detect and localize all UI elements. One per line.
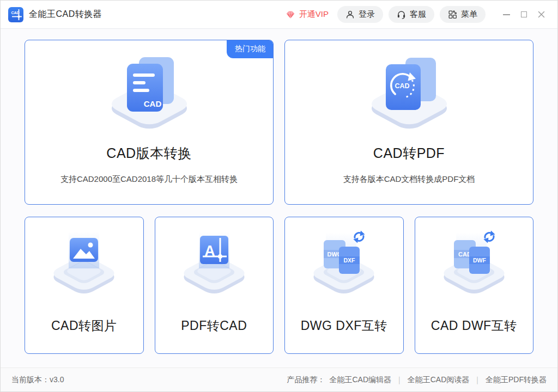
featured-row: 热门功能 CAD CAD版本转换 支持CAD2000至CAD2018等几十个版本… bbox=[25, 40, 533, 205]
card-pdf-to-cad[interactable]: A PDF转CAD bbox=[155, 217, 274, 354]
support-label: 客服 bbox=[410, 9, 426, 20]
link-cad-reader[interactable]: 全能王CAD阅读器 bbox=[408, 375, 470, 385]
doc-cad-label: CAD bbox=[395, 82, 409, 90]
card-cad-to-pdf[interactable]: CAD CAD转PDF 支持各版本CAD文档转换成PDF文档 bbox=[284, 40, 533, 205]
cad-to-image-icon bbox=[43, 229, 125, 300]
menu-button[interactable]: 菜单 bbox=[440, 6, 486, 23]
headset-icon bbox=[397, 10, 406, 19]
small-row: CAD转图片 A PDF转CAD bbox=[25, 217, 533, 354]
user-icon bbox=[345, 10, 355, 19]
separator: ｜ bbox=[396, 375, 403, 385]
card-subtitle: 支持CAD2000至CAD2018等几十个版本互相转换 bbox=[60, 174, 238, 185]
main-content: 热门功能 CAD CAD版本转换 支持CAD2000至CAD2018等几十个版本… bbox=[1, 29, 557, 367]
link-cad-editor[interactable]: 全能王CAD编辑器 bbox=[329, 375, 391, 385]
card-title: CAD转图片 bbox=[51, 317, 117, 334]
minimize-button[interactable] bbox=[498, 6, 515, 23]
window-controls bbox=[498, 6, 550, 23]
card-cad-to-image[interactable]: CAD转图片 bbox=[25, 217, 144, 354]
app-window: CAD 全能王CAD转换器 开通VIP 登录 bbox=[0, 0, 558, 392]
card-cad-dwf-convert[interactable]: CAD DWF CAD DWF互转 bbox=[415, 217, 534, 354]
card-title: DWG DXF互转 bbox=[301, 317, 387, 334]
card-title: CAD DWF互转 bbox=[431, 317, 517, 334]
cad-version-convert-icon: CAD bbox=[98, 54, 201, 133]
cad-to-pdf-icon: CAD bbox=[357, 54, 461, 133]
login-button[interactable]: 登录 bbox=[337, 6, 383, 23]
maximize-button[interactable] bbox=[515, 6, 532, 23]
cad-dwf-convert-icon: CAD DWF bbox=[433, 229, 515, 300]
app-title: 全能王CAD转换器 bbox=[29, 9, 102, 20]
logo-cad-text: CAD bbox=[11, 10, 20, 14]
menu-label: 菜单 bbox=[461, 9, 477, 20]
open-vip-button[interactable]: 开通VIP bbox=[285, 9, 329, 20]
hot-feature-badge: 热门功能 bbox=[227, 40, 274, 58]
vip-gem-icon bbox=[285, 10, 296, 20]
support-button[interactable]: 客服 bbox=[389, 6, 434, 23]
product-recommendations: 产品推荐： 全能王CAD编辑器 ｜ 全能王CAD阅读器 ｜ 全能王PDF转换器 bbox=[287, 375, 547, 385]
link-pdf-converter[interactable]: 全能王PDF转换器 bbox=[486, 375, 547, 385]
doc-dwf-label: DWF bbox=[473, 257, 486, 264]
doc-dxf-label: DXF bbox=[344, 257, 356, 264]
pdf-to-cad-icon: A bbox=[173, 229, 255, 300]
card-title: CAD转PDF bbox=[373, 144, 445, 162]
recommend-prefix: 产品推荐： bbox=[287, 375, 325, 385]
card-cad-version-convert[interactable]: 热门功能 CAD CAD版本转换 支持CAD2000至CAD2018等几十个版本… bbox=[25, 40, 274, 205]
card-title: CAD版本转换 bbox=[106, 144, 191, 162]
close-icon bbox=[538, 11, 545, 18]
titlebar: CAD 全能王CAD转换器 开通VIP 登录 bbox=[1, 1, 557, 29]
app-logo-icon: CAD bbox=[8, 7, 23, 22]
doc-cad-label: CAD bbox=[143, 99, 161, 108]
separator: ｜ bbox=[474, 375, 481, 385]
grid-menu-icon bbox=[448, 10, 457, 19]
card-dwg-dxf-convert[interactable]: DWG DXF DWG DXF互转 bbox=[284, 217, 404, 354]
statusbar: 当前版本：v3.0 产品推荐： 全能王CAD编辑器 ｜ 全能王CAD阅读器 ｜ … bbox=[1, 367, 557, 391]
dwg-dxf-convert-icon: DWG DXF bbox=[303, 229, 385, 300]
card-subtitle: 支持各版本CAD文档转换成PDF文档 bbox=[343, 174, 475, 185]
vip-label: 开通VIP bbox=[299, 9, 329, 20]
card-title: PDF转CAD bbox=[181, 317, 247, 334]
login-label: 登录 bbox=[359, 9, 375, 20]
version-label: 当前版本：v3.0 bbox=[11, 375, 64, 385]
close-button[interactable] bbox=[532, 6, 550, 23]
